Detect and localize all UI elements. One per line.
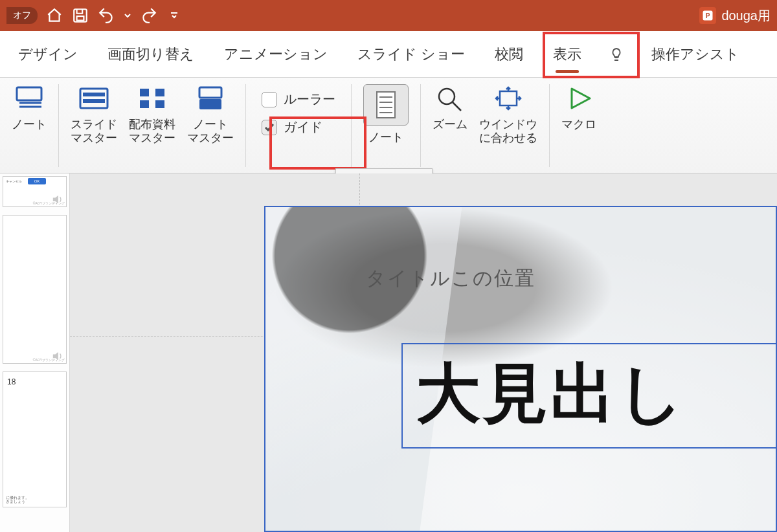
svg-rect-23	[500, 91, 517, 105]
home-icon[interactable]	[45, 6, 63, 25]
thumb-page-number: 18	[7, 377, 16, 386]
svg-text:P: P	[706, 12, 710, 19]
ribbon-group-masters: スライド マスター 配布資料 マスター ノート マスター	[59, 84, 246, 167]
handout-master-label: 配布資料 マスター	[129, 118, 175, 144]
highlight-guide-checkbox	[269, 116, 366, 170]
slide-thumbnail[interactable]: キャンセル OK ©AOYブランディング	[3, 176, 67, 207]
macro-button[interactable]: マクロ	[561, 84, 596, 131]
slide-canvas[interactable]: タイトルこの位置 大見出し	[70, 173, 777, 532]
thumb-brand-1: ©AOYブランディング	[33, 201, 65, 205]
handout-master-button[interactable]: 配布資料 マスター	[129, 84, 175, 144]
highlight-view-tab	[543, 32, 640, 78]
headline-text-box[interactable]: 大見出し	[401, 343, 777, 449]
svg-rect-13	[155, 100, 164, 108]
thumb-ok-button: OK	[28, 178, 46, 184]
notes-view-button[interactable]: ノート	[12, 84, 47, 131]
notes-toggle-label: ノート	[368, 131, 403, 144]
ribbon-group-macro: マクロ	[550, 84, 608, 167]
notes-master-icon	[193, 84, 228, 113]
current-slide[interactable]: タイトルこの位置 大見出し	[264, 206, 777, 532]
fit-window-label: ウインドウ に合わせる	[479, 118, 537, 144]
slide-thumbnail[interactable]: ©AOYブランディング	[3, 215, 67, 364]
redo-icon[interactable]	[140, 6, 158, 25]
undo-icon[interactable]	[97, 6, 115, 25]
handout-master-icon	[135, 84, 170, 113]
ribbon-group-views: ノート	[0, 84, 59, 167]
svg-rect-7	[80, 89, 107, 108]
thumb-footer-text: に優れます。 きましょう	[6, 496, 29, 504]
titlebar-left: オフ	[6, 6, 179, 25]
svg-rect-15	[199, 99, 221, 109]
svg-rect-12	[140, 100, 149, 108]
notes-view-label: ノート	[12, 118, 47, 131]
svg-rect-4	[17, 87, 41, 100]
document-title: douga用	[721, 7, 771, 25]
tab-review[interactable]: 校閲	[492, 41, 526, 68]
svg-point-21	[439, 89, 455, 104]
tab-slideshow[interactable]: スライド ショー	[355, 41, 467, 68]
notes-master-button[interactable]: ノート マスター	[187, 84, 234, 144]
fit-window-button[interactable]: ウインドウ に合わせる	[479, 84, 537, 144]
slide-master-button[interactable]: スライド マスター	[71, 84, 117, 144]
ruler-checkbox-row[interactable]: ルーラー	[258, 87, 339, 112]
workspace: キャンセル OK ©AOYブランディング ©AOYブランディング 18 に優れま…	[0, 173, 777, 532]
autosave-off-pill[interactable]: オフ	[6, 7, 38, 24]
fit-window-icon	[491, 84, 526, 113]
title-position-text[interactable]: タイトルこの位置	[366, 265, 535, 292]
svg-rect-9	[83, 99, 105, 103]
tab-design[interactable]: デザイン	[16, 41, 80, 68]
tab-tell-me[interactable]: 操作アシスト	[649, 41, 742, 68]
ruler-label: ルーラー	[284, 91, 335, 108]
ruler-checkbox[interactable]	[262, 92, 277, 107]
slide-thumbnail[interactable]: 18 に優れます。 きましょう	[3, 371, 67, 507]
slide-master-icon	[76, 84, 111, 113]
thumbnail-panel[interactable]: キャンセル OK ©AOYブランディング ©AOYブランディング 18 に優れま…	[0, 173, 70, 532]
titlebar-right: P douga用	[699, 7, 771, 25]
save-icon[interactable]	[71, 6, 89, 25]
macro-label: マクロ	[561, 118, 596, 131]
tab-transition[interactable]: 画面切り替え	[105, 41, 197, 68]
notes-view-icon	[12, 84, 47, 113]
svg-rect-14	[199, 87, 221, 98]
zoom-icon	[433, 84, 467, 113]
notes-master-label: ノート マスター	[187, 118, 234, 144]
undo-dropdown-icon[interactable]	[123, 6, 132, 25]
svg-line-22	[453, 102, 461, 111]
slide-master-label: スライド マスター	[71, 118, 117, 144]
svg-rect-16	[377, 92, 395, 118]
powerpoint-file-icon: P	[699, 7, 716, 24]
svg-rect-10	[140, 89, 149, 96]
macro-play-icon	[561, 84, 596, 113]
notes-toggle-button[interactable]: ノート	[363, 84, 409, 144]
ribbon-body: ノート スライド マスター 配布資料 マスター ノート マスター ルーラー	[0, 78, 777, 173]
notes-toggle-icon	[363, 84, 409, 126]
titlebar: オフ P douga用	[0, 0, 777, 31]
ribbon-tabs: デザイン 画面切り替え アニメーション スライド ショー 校閲 表示 操作アシス…	[0, 31, 777, 78]
qat-customize-icon[interactable]	[170, 6, 179, 25]
svg-rect-11	[155, 89, 164, 96]
svg-rect-8	[83, 93, 105, 96]
headline-text[interactable]: 大見出し	[416, 351, 764, 438]
svg-rect-1	[77, 16, 84, 21]
thumb-cancel-label: キャンセル	[6, 179, 22, 183]
tab-animation[interactable]: アニメーション	[221, 41, 330, 68]
zoom-button[interactable]: ズーム	[433, 84, 467, 131]
zoom-label: ズーム	[433, 118, 467, 131]
thumb-brand-2: ©AOYブランディング	[33, 358, 65, 362]
ribbon-group-zoom: ズーム ウインドウ に合わせる	[421, 84, 550, 167]
